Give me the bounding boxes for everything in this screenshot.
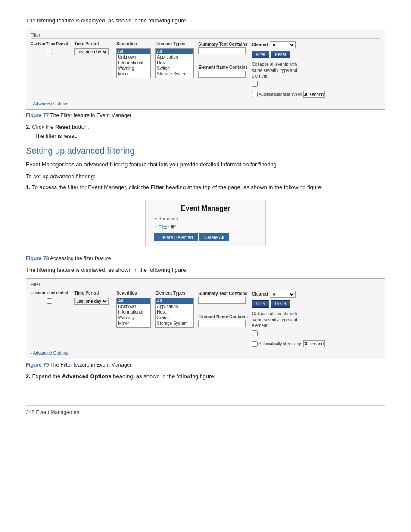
event-manager-figure: Event Manager » Summary + Filter ☛ Delet…: [145, 200, 266, 246]
time-period-label-2: Time Period: [74, 291, 109, 296]
filter-box-2: Filter Custom Time Period Time Period La…: [26, 278, 385, 359]
summary-text-input-1[interactable]: [198, 47, 246, 54]
element-types-label-1: Element Types: [155, 41, 194, 46]
auto-filter-label-2: Automatically filter every:: [259, 342, 302, 346]
step2b-num: 2.: [26, 373, 31, 380]
severities-label-2: Severities: [116, 291, 151, 296]
time-period-dropdown-1[interactable]: Last one day: [74, 48, 109, 55]
step2b-post: heading, as shown in the following figur…: [112, 373, 215, 380]
filter-title-2: Filter: [31, 282, 380, 288]
figure-79-num: Figure 79: [26, 362, 49, 368]
figure-79-desc: The Filter feature in Event Manager: [50, 362, 131, 368]
filter-button-2[interactable]: Filter: [252, 300, 269, 308]
figure-77-caption: Figure 77 The Filter feature in Event Ma…: [26, 112, 385, 118]
step2b-pre: Expand the: [32, 373, 62, 380]
filter-title-1: Filter: [31, 33, 380, 39]
element-types-list-2[interactable]: All Application Host Switch Storage Syst…: [155, 298, 194, 328]
section-heading: Setting up advanced filtering: [26, 146, 385, 156]
step1-post: heading at the top of the page, as shown…: [164, 184, 323, 190]
custom-time-label-2: Custom Time Period: [31, 291, 68, 295]
step1-bold: Filter: [151, 184, 165, 190]
auto-filter-checkbox-1[interactable]: [252, 92, 258, 97]
severities-list-1[interactable]: All Unknown Informational Warning Minor …: [116, 48, 151, 78]
summary-text-label-2: Summary Text Contains: [198, 291, 247, 296]
page-footer: 348 Event Management: [26, 405, 385, 415]
step2-bold: Reset: [55, 124, 70, 130]
figure-79-caption: Figure 79 The Filter feature in Event Ma…: [26, 362, 385, 368]
reset-button-2[interactable]: Reset: [271, 300, 290, 308]
time-period-dropdown-2[interactable]: Last one day: [74, 298, 109, 305]
reset-button-1[interactable]: Reset: [271, 51, 290, 58]
filter-display-text: The filtering feature is displayed, as s…: [26, 267, 385, 273]
step2b-bold: Advanced Options: [62, 373, 112, 380]
seconds-input-2[interactable]: [303, 340, 325, 347]
event-manager-summary: » Summary: [154, 216, 257, 221]
step2b-text: 2. Expand the Advanced Options heading, …: [26, 373, 385, 380]
cleared-dropdown-2[interactable]: All: [270, 291, 296, 298]
figure-78-desc: Accessing the filter feature: [50, 255, 111, 261]
element-types-list-1[interactable]: All Application Host Switch Storage Syst…: [155, 48, 194, 78]
cursor-icon: ☛: [171, 223, 177, 231]
element-types-label-2: Element Types: [155, 291, 194, 296]
element-name-label-2: Element Name Contains: [198, 314, 247, 319]
element-name-input-1[interactable]: [198, 71, 246, 78]
summary-text-label-1: Summary Text Contains: [198, 42, 247, 47]
auto-filter-checkbox-2[interactable]: [252, 341, 258, 347]
cleared-label-1: Cleared: [252, 42, 268, 47]
step2-text: 2. Click the Reset button.: [26, 124, 385, 130]
step1-pre: To access the filter for Event Manager, …: [32, 184, 150, 190]
step2-num: 2.: [26, 124, 31, 130]
figure-78-num: Figure 78: [26, 255, 49, 261]
step1-text: 1. To access the filter for Event Manage…: [26, 184, 385, 190]
step2-pre: Click the: [32, 124, 55, 130]
event-manager-title: Event Manager: [154, 205, 257, 212]
figure-77-desc: The Filter feature in Event Manager: [50, 112, 131, 118]
time-period-label-1: Time Period: [74, 41, 109, 46]
figure-77-num: Figure 77: [26, 112, 49, 118]
collapse-checkbox-2[interactable]: [252, 330, 258, 336]
cleared-label-2: Cleared: [252, 292, 268, 296]
event-manager-filter-link[interactable]: + Filter: [154, 224, 169, 230]
severities-list-2[interactable]: All Unknown Informational Warning Minor …: [116, 298, 151, 328]
page-section-text: Event Management: [36, 409, 81, 415]
figure-78-caption: Figure 78 Accessing the filter feature: [26, 255, 385, 261]
page-number: 348: [26, 409, 34, 415]
seconds-input-1[interactable]: [303, 91, 325, 98]
summary-text-input-2[interactable]: [198, 297, 246, 304]
advanced-options-link-2[interactable]: - Advanced Options: [31, 351, 68, 355]
filter-box-1: Filter Custom Time Period Time Period La…: [26, 29, 385, 110]
element-name-input-2[interactable]: [198, 320, 246, 327]
step2-subtext: The filter is reset.: [34, 133, 385, 139]
collapse-label-1: Collapse all events with same severity, …: [252, 62, 297, 78]
advanced-options-link-1[interactable]: - Advanced Options: [31, 101, 68, 106]
delete-selected-btn[interactable]: Delete Selected: [154, 233, 198, 241]
intro-text: The filtering feature is displayed, as s…: [26, 17, 385, 24]
collapse-label-2: Collapse all events with same severity, …: [252, 311, 297, 328]
auto-filter-label-1: Automatically filter every:: [259, 92, 302, 96]
body-text-1: Event Manager has an advanced filtering …: [26, 160, 385, 169]
body-text-2: To set up advanced filtering:: [26, 172, 385, 181]
custom-time-label-1: Custom Time Period: [31, 41, 68, 46]
step2-post: button.: [70, 124, 89, 130]
element-name-label-1: Element Name Contains: [198, 65, 247, 70]
filter-button-1[interactable]: Filter: [252, 51, 269, 58]
delete-all-btn[interactable]: Delete All: [199, 233, 229, 241]
custom-time-checkbox-1[interactable]: [31, 49, 68, 54]
collapse-checkbox-1[interactable]: [252, 81, 258, 87]
severities-label-1: Severities: [116, 41, 151, 46]
custom-time-checkbox-2[interactable]: [31, 298, 68, 304]
cleared-dropdown-1[interactable]: All: [270, 41, 296, 48]
step1-num: 1.: [26, 184, 31, 190]
